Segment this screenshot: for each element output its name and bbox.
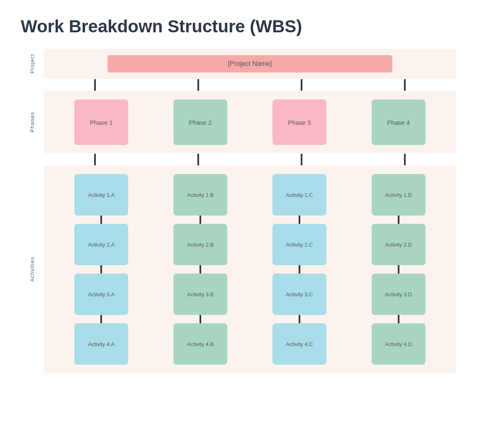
activities-panel: Activity 1.AActivity 2.AActivity 3.AActi… — [44, 166, 456, 373]
phase-box-3[interactable]: Phase 3 — [273, 99, 326, 145]
project-label: Project — [29, 54, 35, 73]
wbs-diagram: Project [Project Name] Phases — [21, 49, 456, 373]
activity-box-0-0[interactable]: Activity 1.A — [74, 174, 128, 216]
phase-box-4[interactable]: Phase 4 — [372, 99, 426, 145]
activity-connector-1-3 — [200, 315, 201, 323]
activity-box-1-0[interactable]: Activity 1.B — [173, 174, 227, 216]
activity-connector-0-3 — [100, 315, 102, 323]
activity-box-3-1[interactable]: Activity 2.D — [372, 224, 426, 265]
connector-line-5 — [94, 154, 96, 165]
activity-box-0-2[interactable]: Activity 3.A — [74, 274, 128, 315]
activities-col-3: Activity 1.CActivity 2.CActivity 3.CActi… — [250, 174, 349, 365]
phase-col-4: Phase 4 — [349, 99, 448, 145]
connector-line-1 — [94, 79, 96, 91]
activity-box-3-2[interactable]: Activity 3.D — [372, 274, 426, 315]
connector-row-2 — [44, 153, 456, 166]
page-container: Work Breakdown Structure (WBS) Project [… — [21, 17, 456, 373]
connector-line-4 — [404, 79, 406, 91]
activities-label: Activities — [29, 257, 35, 282]
activity-connector-0-2 — [100, 265, 102, 274]
project-name-bar[interactable]: [Project Name] — [107, 55, 393, 73]
activities-label-container: Activities — [21, 166, 44, 373]
activity-connector-2-3 — [299, 315, 300, 323]
connector-col-8 — [353, 153, 456, 166]
activity-connector-2-1 — [299, 216, 300, 224]
activity-connector-3-3 — [398, 315, 399, 323]
activities-col-4: Activity 1.DActivity 2.DActivity 3.DActi… — [349, 174, 448, 365]
connector-col-6 — [147, 153, 250, 166]
phases-label: Phases — [29, 112, 35, 132]
connector-col-5 — [44, 153, 147, 166]
connector-line-7 — [301, 154, 302, 165]
phase-col-1: Phase 1 — [52, 99, 151, 145]
activity-connector-2-2 — [299, 265, 300, 274]
connector-col-3 — [250, 79, 353, 91]
activity-connector-1-2 — [200, 265, 201, 274]
connector-col-7 — [250, 153, 353, 166]
project-label-container: Project — [21, 49, 44, 79]
phases-row: Phases Phase 1 Phase 2 Phase 3 Phase 4 — [21, 91, 456, 153]
activities-col-2: Activity 1.BActivity 2.BActivity 3.BActi… — [151, 174, 250, 365]
activity-connector-3-1 — [398, 216, 399, 224]
activity-box-1-2[interactable]: Activity 3.B — [173, 274, 227, 315]
phase-col-3: Phase 3 — [250, 99, 349, 145]
connector-line-8 — [404, 154, 406, 165]
activity-connector-1-1 — [200, 216, 201, 224]
connector-col-1 — [44, 79, 147, 91]
connector-line-2 — [197, 79, 199, 91]
phases-label-container: Phases — [21, 91, 44, 153]
phase-box-1[interactable]: Phase 1 — [74, 99, 128, 145]
connector-col-2 — [147, 79, 250, 91]
activity-connector-3-2 — [398, 265, 399, 274]
activity-box-1-1[interactable]: Activity 2.B — [173, 224, 227, 265]
connector-line-3 — [301, 79, 302, 91]
connector-line-6 — [197, 154, 199, 165]
activities-row: Activities Activity 1.AActivity 2.AActiv… — [21, 166, 456, 373]
activity-box-2-0[interactable]: Activity 1.C — [273, 174, 326, 216]
activity-box-3-0[interactable]: Activity 1.D — [372, 174, 426, 216]
phase-box-2[interactable]: Phase 2 — [173, 99, 227, 145]
phase-col-2: Phase 2 — [151, 99, 250, 145]
activity-box-2-2[interactable]: Activity 3.C — [273, 274, 326, 315]
connector-col-4 — [353, 79, 456, 91]
connector-row-1 — [44, 79, 456, 91]
activity-box-0-3[interactable]: Activity 4.A — [74, 323, 128, 365]
phases-panel: Phase 1 Phase 2 Phase 3 Phase 4 — [44, 91, 456, 153]
activity-box-2-1[interactable]: Activity 2.C — [273, 224, 326, 265]
activity-box-2-3[interactable]: Activity 4.C — [273, 323, 326, 365]
project-row: Project [Project Name] — [21, 49, 456, 79]
page-title: Work Breakdown Structure (WBS) — [21, 17, 456, 36]
activity-box-3-3[interactable]: Activity 4.D — [372, 323, 426, 365]
activities-col-1: Activity 1.AActivity 2.AActivity 3.AActi… — [52, 174, 151, 365]
activity-connector-0-1 — [100, 216, 102, 224]
project-panel: [Project Name] — [44, 49, 456, 79]
activity-box-0-1[interactable]: Activity 2.A — [74, 224, 128, 265]
activity-box-1-3[interactable]: Activity 4.B — [173, 323, 227, 365]
